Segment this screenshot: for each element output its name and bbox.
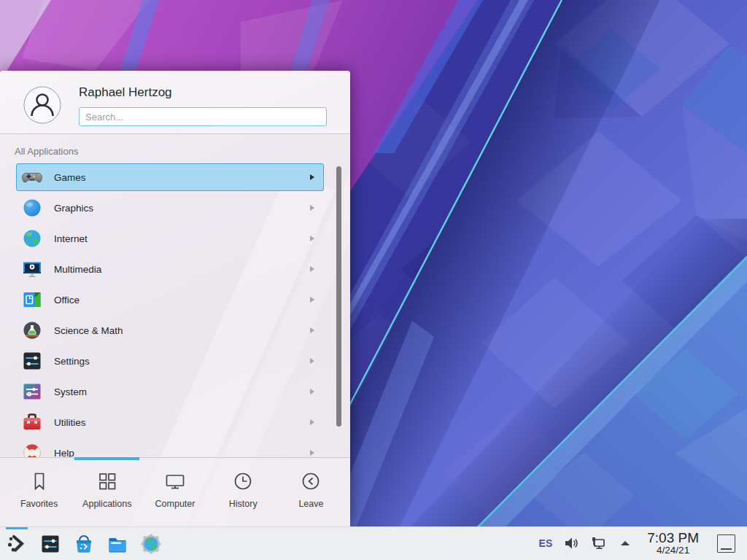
sliders-dark-icon [22,351,42,371]
app-category-help[interactable]: Help [16,439,324,457]
submenu-arrow-icon [310,266,314,272]
active-tab-indicator [74,457,139,460]
expand-arrow-icon[interactable] [617,535,633,551]
submenu-arrow-icon [310,358,314,364]
app-category-science-math[interactable]: Science & Math [16,316,324,344]
tab-leave[interactable]: Leave [277,458,345,526]
flask-icon [22,320,42,341]
tab-label: Leave [298,499,323,509]
desktop: Raphael Hertzog All Applications [0,0,747,560]
tab-computer[interactable]: Computer [141,458,209,526]
search-input[interactable] [79,107,327,126]
app-category-label: Graphics [54,203,310,214]
grid-icon [96,470,118,492]
tab-history[interactable]: History [209,458,277,526]
section-label: All Applications [15,146,78,157]
submenu-arrow-icon [310,419,314,425]
submenu-arrow-icon [310,327,314,333]
submenu-arrow-icon [310,389,314,394]
leave-icon [300,470,322,492]
app-category-label: Multimedia [54,264,310,275]
bookmark-icon [28,470,50,492]
system-settings-button[interactable] [34,527,67,560]
sliders-color-icon [22,381,42,402]
web-browser-icon [141,534,161,554]
submenu-arrow-icon [310,236,314,241]
list-scrollbar[interactable] [336,166,341,427]
user-avatar [23,86,61,124]
discover-button[interactable] [67,527,101,560]
globe-icon [22,228,42,249]
application-launcher-button[interactable] [0,527,34,560]
tab-label: Computer [155,499,196,509]
submenu-arrow-icon [310,174,314,180]
tab-applications[interactable]: Applications [73,458,141,526]
application-list: Games Graphics [0,163,350,457]
app-category-system[interactable]: System [16,378,324,405]
web-browser-button[interactable] [134,527,168,560]
app-category-games[interactable]: Games [16,163,324,191]
launcher-header: Raphael Hertzog [0,71,350,134]
app-category-label: Utilities [54,417,310,428]
system-tray: ES 7:03 PM 4/24/21 [539,531,747,556]
active-task-indicator [6,527,28,529]
file-manager-icon [107,534,128,554]
app-category-label: Settings [54,356,310,367]
app-category-label: Office [54,295,310,306]
gamepad-icon [22,167,42,187]
submenu-arrow-icon [310,450,314,456]
tab-label: Applications [82,499,131,509]
computer-icon [164,470,186,492]
taskbar-panel: ES 7:03 PM 4/24/21 [0,526,747,560]
file-manager-button[interactable] [101,527,134,560]
lifebuoy-icon [22,443,42,457]
app-category-utilities[interactable]: Utilities [16,408,324,436]
discover-icon [74,534,94,554]
sphere-icon [22,198,42,218]
app-category-internet[interactable]: Internet [16,225,324,252]
tab-favorites[interactable]: Favorites [5,458,73,526]
tab-label: History [229,499,258,509]
app-category-label: Science & Math [54,325,310,336]
clock-time: 7:03 PM [647,531,699,545]
volume-icon[interactable] [563,535,579,551]
app-category-label: Internet [54,233,310,244]
tab-label: Favorites [20,499,58,509]
app-category-settings[interactable]: Settings [16,347,324,375]
toolbox-icon [22,412,42,432]
launcher-tabbar: Favorites Applications Computer [0,457,350,526]
application-launcher-menu: Raphael Hertzog All Applications [0,71,350,526]
app-category-label: Games [54,172,310,183]
submenu-arrow-icon [310,297,314,303]
system-settings-icon [40,534,61,554]
clock-icon [232,470,254,492]
submenu-arrow-icon [310,205,314,211]
document-icon [22,289,42,310]
monitor-play-icon [22,259,42,279]
keyboard-layout-indicator[interactable]: ES [539,537,553,549]
clock-date: 4/24/21 [647,545,699,556]
user-name: Raphael Hertzog [79,85,172,100]
app-category-label: System [54,386,310,397]
show-desktop-button[interactable] [717,534,735,553]
app-category-label: Help [54,448,310,458]
application-launcher-icon [7,534,27,554]
app-category-graphics[interactable]: Graphics [16,194,324,222]
app-category-office[interactable]: Office [16,286,324,314]
app-category-multimedia[interactable]: Multimedia [16,255,324,283]
network-icon[interactable] [590,535,606,551]
digital-clock[interactable]: 7:03 PM 4/24/21 [647,531,699,556]
